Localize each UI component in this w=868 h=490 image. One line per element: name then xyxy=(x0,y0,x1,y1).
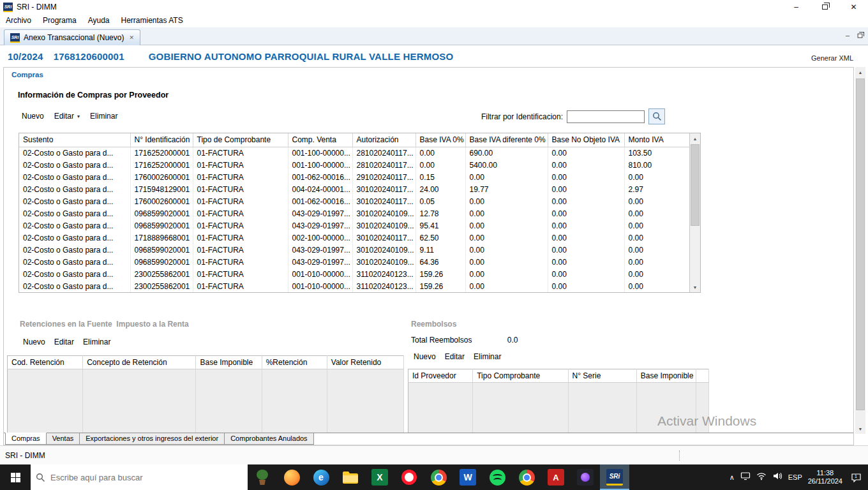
table-cell[interactable]: 103.50 xyxy=(624,147,689,159)
table-cell[interactable]: 301020240109... xyxy=(352,219,415,232)
column-header[interactable] xyxy=(696,369,708,383)
table-cell[interactable]: 01-FACTURA xyxy=(193,147,288,159)
reembolsos-nuevo-button[interactable]: Nuevo xyxy=(414,352,436,361)
table-cell[interactable]: 01-FACTURA xyxy=(193,171,288,183)
table-cell[interactable]: 0.00 xyxy=(548,256,624,268)
table-cell[interactable]: 02-Costo o Gasto para d... xyxy=(19,244,130,256)
column-header[interactable]: Base No Objeto IVA xyxy=(548,133,624,147)
column-header[interactable]: Sustento xyxy=(19,133,130,147)
table-cell[interactable]: 311020240123... xyxy=(352,280,415,292)
table-cell[interactable]: 690.00 xyxy=(465,147,548,159)
column-header[interactable]: Tipo Comprobante xyxy=(473,369,568,383)
table-cell[interactable]: 0.00 xyxy=(548,244,624,256)
table-cell[interactable]: 0.00 xyxy=(548,280,624,292)
table-cell[interactable]: 01-FACTURA xyxy=(193,219,288,232)
table-cell[interactable]: 1760002600001 xyxy=(130,171,193,183)
table-cell[interactable]: 02-Costo o Gasto para d... xyxy=(19,256,130,268)
table-row[interactable]: 02-Costo o Gasto para d...09685990200010… xyxy=(19,219,689,232)
table-cell[interactable]: 2300255862001 xyxy=(130,268,193,280)
retenciones-eliminar-button[interactable]: Eliminar xyxy=(83,338,110,346)
table-cell[interactable]: 0.00 xyxy=(465,171,548,183)
table-cell[interactable]: 0.00 xyxy=(465,268,548,280)
table-cell[interactable]: 0.00 xyxy=(415,159,465,171)
table-cell[interactable]: 043-029-01997... xyxy=(288,207,352,219)
table-cell[interactable]: 159.26 xyxy=(415,268,465,280)
column-header[interactable]: Id Proveedor xyxy=(408,369,473,383)
taskbar-search-input[interactable] xyxy=(50,473,243,482)
table-cell[interactable]: 62.50 xyxy=(415,232,465,244)
table-row[interactable]: 02-Costo o Gasto para d...17162520000010… xyxy=(19,159,689,171)
view-maximize-icon[interactable] xyxy=(857,33,863,38)
column-header[interactable]: Base IVA 0% xyxy=(415,133,465,147)
table-cell[interactable]: 0.00 xyxy=(465,244,548,256)
table-cell[interactable]: 02-Costo o Gasto para d... xyxy=(19,147,130,159)
table-cell[interactable]: 02-Costo o Gasto para d... xyxy=(19,232,130,244)
table-cell[interactable]: 0.05 xyxy=(415,195,465,207)
taskbar-search[interactable] xyxy=(31,464,248,490)
retenciones-editar-button[interactable]: Editar xyxy=(54,338,74,346)
taskbar-excel-icon[interactable]: X xyxy=(365,464,394,490)
filter-input[interactable] xyxy=(567,110,645,123)
scrollbar-track[interactable] xyxy=(690,144,700,282)
table-cell[interactable]: 02-Costo o Gasto para d... xyxy=(19,171,130,183)
table-row[interactable]: 02-Costo o Gasto para d...17188896680010… xyxy=(19,232,689,244)
table-cell[interactable]: 64.36 xyxy=(415,256,465,268)
table-cell[interactable]: 301020240117... xyxy=(352,195,415,207)
table-cell[interactable]: 0.00 xyxy=(548,195,624,207)
reembolsos-eliminar-button[interactable]: Eliminar xyxy=(474,352,501,361)
table-cell[interactable]: 0.00 xyxy=(465,219,548,232)
table-cell[interactable]: 0.00 xyxy=(548,159,624,171)
taskbar-purple-app-icon[interactable] xyxy=(571,464,600,490)
column-header[interactable]: Base IVA diferente 0% xyxy=(465,133,548,147)
taskbar-plant-app-icon[interactable] xyxy=(248,464,277,490)
scrollbar-thumb[interactable] xyxy=(691,144,700,226)
table-cell[interactable]: 0.00 xyxy=(415,147,465,159)
scroll-down-icon[interactable]: ▼ xyxy=(690,282,700,292)
table-cell[interactable]: 002-100-00000... xyxy=(288,232,352,244)
table-cell[interactable]: 0.00 xyxy=(465,256,548,268)
table-cell[interactable]: 001-100-00000... xyxy=(288,147,352,159)
table-row[interactable]: 02-Costo o Gasto para d...17162520000010… xyxy=(19,147,689,159)
editar-dropdown-icon[interactable]: ▾ xyxy=(77,114,80,119)
table-cell[interactable]: 0.00 xyxy=(548,183,624,195)
menu-herramientas-ats[interactable]: Herramientas ATS xyxy=(116,14,189,27)
table-cell[interactable]: 001-100-00000... xyxy=(288,159,352,171)
table-cell[interactable]: 043-029-01997... xyxy=(288,256,352,268)
table-cell[interactable]: 043-029-01997... xyxy=(288,244,352,256)
tab-anexo-transaccional[interactable]: SRi Anexo Transaccional (Nuevo) ✕ xyxy=(4,29,140,45)
table-cell[interactable]: 0.00 xyxy=(465,232,548,244)
table-cell[interactable]: 1715948129001 xyxy=(130,183,193,195)
table-cell[interactable]: 02-Costo o Gasto para d... xyxy=(19,207,130,219)
table-row[interactable]: 02-Costo o Gasto para d...09685990200010… xyxy=(19,207,689,219)
start-button[interactable] xyxy=(0,464,31,490)
column-header[interactable]: Cod. Retención xyxy=(8,356,83,369)
table-cell[interactable]: 301020240109... xyxy=(352,256,415,268)
table-cell[interactable]: 01-FACTURA xyxy=(193,280,288,292)
table-cell[interactable]: 02-Costo o Gasto para d... xyxy=(19,195,130,207)
bottom-tab-ventas[interactable]: Ventas xyxy=(46,433,80,445)
view-minimize-icon[interactable]: – xyxy=(846,32,849,39)
table-cell[interactable]: 291020240117... xyxy=(352,171,415,183)
table-cell[interactable]: 0.00 xyxy=(548,268,624,280)
table-cell[interactable]: 2.97 xyxy=(624,183,689,195)
table-cell[interactable]: 301020240109... xyxy=(352,207,415,219)
table-cell[interactable]: 0968599020001 xyxy=(130,207,193,219)
table-cell[interactable]: 004-024-00001... xyxy=(288,183,352,195)
table-cell[interactable]: 01-FACTURA xyxy=(193,159,288,171)
table-cell[interactable]: 281020240117... xyxy=(352,159,415,171)
main-scrollbar-track[interactable] xyxy=(855,77,865,424)
table-cell[interactable]: 0.15 xyxy=(415,171,465,183)
table-cell[interactable]: 0.00 xyxy=(624,244,689,256)
table-cell[interactable]: 301020240117... xyxy=(352,183,415,195)
clock[interactable]: 11:38 26/11/2024 xyxy=(808,469,842,486)
table-cell[interactable]: 810.00 xyxy=(624,159,689,171)
table-row[interactable]: 02-Costo o Gasto para d...17600026000010… xyxy=(19,171,689,183)
table-cell[interactable]: 001-062-00016... xyxy=(288,171,352,183)
nuevo-button[interactable]: Nuevo xyxy=(22,112,44,121)
table-cell[interactable]: 0.00 xyxy=(624,256,689,268)
eliminar-button[interactable]: Eliminar xyxy=(90,112,117,121)
column-header[interactable]: Concepto de Retención xyxy=(83,356,196,369)
table-cell[interactable]: 1716252000001 xyxy=(130,147,193,159)
main-scrollbar-thumb[interactable] xyxy=(856,78,865,410)
table-row[interactable]: 02-Costo o Gasto para d...09685990200010… xyxy=(19,256,689,268)
